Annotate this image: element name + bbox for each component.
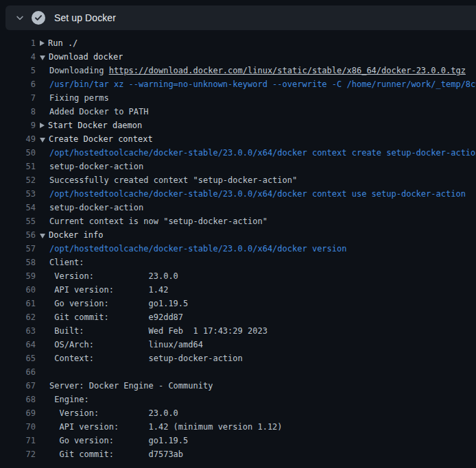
log-group-header[interactable]: Docker info [36, 228, 103, 242]
line-number[interactable]: 53 [0, 187, 36, 201]
log-plain-text: OS/Arch: linux/amd64 [49, 338, 203, 352]
line-number[interactable]: 64 [0, 338, 36, 352]
log-text: OS/Arch: linux/amd64 [36, 338, 203, 352]
log-line: 9Start Docker daemon [0, 119, 476, 132]
log-line: 7Fixing perms [0, 91, 476, 105]
log-text: /opt/hostedtoolcache/docker-stable/23.0.… [36, 146, 476, 160]
log-line: 52Successfully created context "setup-do… [0, 173, 476, 187]
line-number[interactable]: 49 [0, 132, 36, 146]
log-line: 5Downloading https://download.docker.com… [0, 64, 476, 77]
line-number[interactable]: 71 [0, 434, 36, 447]
log-text [36, 365, 49, 379]
line-number[interactable]: 51 [0, 160, 36, 173]
line-number[interactable]: 57 [0, 242, 36, 256]
group-title: Docker info [49, 228, 103, 242]
triangle-down-icon [40, 138, 45, 143]
log-text: Version: 23.0.0 [36, 406, 178, 420]
log-line: 69 Version: 23.0.0 [0, 406, 476, 420]
check-circle-icon [32, 11, 45, 25]
log-line: 60 API version: 1.42 [0, 283, 476, 297]
line-number[interactable]: 54 [0, 201, 36, 214]
log-plain-text: Added Docker to PATH [49, 105, 149, 119]
group-title: Create Docker context [49, 132, 153, 146]
line-number[interactable]: 50 [0, 146, 36, 160]
log-line: 1Run ./ [0, 36, 476, 50]
log-text: Context: setup-docker-action [36, 352, 243, 365]
log-text: Git commit: d7573ab [36, 447, 183, 461]
log-line: 50/opt/hostedtoolcache/docker-stable/23.… [0, 146, 476, 160]
log-plain-text: Context: setup-docker-action [49, 352, 243, 365]
line-number[interactable]: 69 [0, 406, 36, 420]
log-container: 1Run ./4Download docker5Downloading http… [0, 30, 476, 468]
line-number[interactable]: 66 [0, 365, 36, 379]
log-plain-text: Successfully created context "setup-dock… [49, 173, 297, 187]
log-plain-text: Git commit: e92dd87 [49, 310, 183, 324]
log-line: 55Current context is now "setup-docker-a… [0, 214, 476, 228]
line-number[interactable]: 72 [0, 447, 36, 461]
log-group-header[interactable]: Download docker [36, 50, 123, 64]
triangle-down-icon [40, 56, 45, 60]
triangle-down-icon [40, 234, 45, 238]
log-plain-text: Server: Docker Engine - Community [49, 379, 213, 393]
log-text: Current context is now "setup-docker-act… [36, 214, 267, 228]
step-header[interactable]: Set up Docker [5, 5, 476, 30]
log-line: 8Added Docker to PATH [0, 105, 476, 119]
log-command-text: /usr/bin/tar xz --warning=no-unknown-key… [49, 77, 476, 91]
log-text: Server: Docker Engine - Community [36, 379, 213, 393]
line-number[interactable]: 65 [0, 352, 36, 365]
line-number[interactable]: 7 [0, 91, 36, 105]
log-command-text: /opt/hostedtoolcache/docker-stable/23.0.… [49, 242, 346, 256]
log-text: Successfully created context "setup-dock… [36, 173, 297, 187]
line-number[interactable]: 6 [0, 77, 36, 91]
log-line: 49Create Docker context [0, 132, 476, 146]
log-text: Built: Wed Feb 1 17:43:29 2023 [36, 324, 267, 338]
log-plain-text: Engine: [49, 393, 89, 406]
log-url-link[interactable]: https://download.docker.com/linux/static… [109, 64, 466, 77]
line-number[interactable]: 58 [0, 256, 36, 269]
log-plain-text: Built: Wed Feb 1 17:43:29 2023 [49, 324, 267, 338]
log-plain-text: Fixing perms [49, 91, 109, 105]
line-number[interactable]: 4 [0, 50, 36, 64]
triangle-right-icon [40, 40, 45, 46]
log-text: Downloading https://download.docker.com/… [36, 64, 466, 77]
log-text: /opt/hostedtoolcache/docker-stable/23.0.… [36, 187, 466, 201]
log-plain-text: API version: 1.42 [49, 283, 168, 297]
line-number[interactable]: 59 [0, 269, 36, 283]
log-line: 63 Built: Wed Feb 1 17:43:29 2023 [0, 324, 476, 338]
line-number[interactable]: 5 [0, 64, 36, 77]
line-number[interactable]: 1 [0, 36, 36, 50]
log-text: Added Docker to PATH [36, 105, 149, 119]
log-plain-text: Go version: go1.19.5 [49, 434, 188, 447]
line-number[interactable]: 62 [0, 310, 36, 324]
step-title: Set up Docker [54, 5, 116, 30]
line-number[interactable]: 61 [0, 297, 36, 310]
log-text: setup-docker-action [36, 160, 143, 173]
line-number[interactable]: 56 [0, 228, 36, 242]
log-plain-text: API version: 1.42 (minimum version 1.12) [49, 420, 283, 434]
line-number[interactable]: 55 [0, 214, 36, 228]
log-text: API version: 1.42 (minimum version 1.12) [36, 420, 283, 434]
group-title: Run ./ [48, 36, 78, 50]
log-line: 6/usr/bin/tar xz --warning=no-unknown-ke… [0, 77, 476, 91]
log-text: Client: [36, 256, 84, 269]
log-command-text: /opt/hostedtoolcache/docker-stable/23.0.… [49, 187, 466, 201]
log-group-header[interactable]: Create Docker context [36, 132, 153, 146]
line-number[interactable]: 68 [0, 393, 36, 406]
log-plain-text: Downloading [49, 64, 109, 77]
line-number[interactable]: 60 [0, 283, 36, 297]
log-text: Go version: go1.19.5 [36, 297, 188, 310]
log-group-header[interactable]: Start Docker daemon [36, 119, 142, 132]
log-plain-text: Version: 23.0.0 [49, 269, 178, 283]
chevron-down-icon[interactable] [15, 13, 25, 23]
line-number[interactable]: 67 [0, 379, 36, 393]
line-number[interactable]: 52 [0, 173, 36, 187]
line-number[interactable]: 8 [0, 105, 36, 119]
log-line: 68 Engine: [0, 393, 476, 406]
log-plain-text: Client: [49, 256, 84, 269]
line-number[interactable]: 9 [0, 119, 36, 132]
line-number[interactable]: 63 [0, 324, 36, 338]
log-group-header[interactable]: Run ./ [36, 36, 78, 50]
log-text: setup-docker-action [36, 201, 143, 214]
log-line: 51setup-docker-action [0, 160, 476, 173]
line-number[interactable]: 70 [0, 420, 36, 434]
